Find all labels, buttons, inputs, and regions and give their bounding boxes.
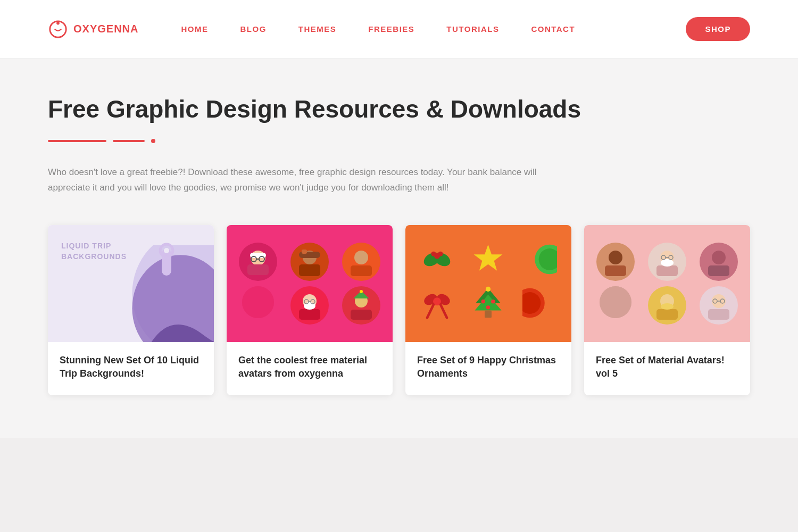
card-title-1: Stunning New Set Of 10 Liquid Trip Backg… bbox=[60, 354, 202, 380]
svg-point-52 bbox=[486, 305, 490, 309]
svg-rect-67 bbox=[708, 265, 729, 276]
page-description: Who doesn't love a great freebie?! Downl… bbox=[48, 164, 580, 196]
ornament-tree bbox=[465, 286, 512, 325]
svg-rect-32 bbox=[351, 310, 372, 320]
card-christmas-ornaments[interactable]: Free Set of 9 Happy Christmas Ornaments bbox=[405, 225, 571, 395]
avatar-4-faded bbox=[242, 286, 274, 318]
ornament-partial-green bbox=[516, 242, 563, 281]
svg-point-49 bbox=[486, 287, 491, 292]
card-body-4: Free Set of Material Avatars! vol 5 bbox=[584, 342, 750, 395]
card-material-avatars[interactable]: Get the coolest free material avatars fr… bbox=[227, 225, 393, 395]
logo-area[interactable]: OXYGENNA bbox=[48, 19, 138, 39]
svg-rect-60 bbox=[656, 265, 678, 276]
avatar-v5-4 bbox=[600, 286, 631, 318]
card-body-2: Get the coolest free material avatars fr… bbox=[227, 342, 393, 395]
avatar-v5-3 bbox=[700, 243, 738, 281]
card-title-2: Get the coolest free material avatars fr… bbox=[238, 354, 381, 380]
card-title-4: Free Set of Material Avatars! vol 5 bbox=[596, 354, 738, 380]
svg-point-39 bbox=[438, 252, 443, 256]
page-title: Free Graphic Design Resources & Download… bbox=[48, 96, 750, 123]
avatar-3 bbox=[342, 243, 380, 281]
svg-rect-71 bbox=[656, 309, 678, 320]
svg-rect-21 bbox=[351, 265, 372, 276]
avatar-2 bbox=[290, 243, 329, 281]
card-image-1: LIQUID TRIP BACKGROUNDS bbox=[48, 225, 214, 342]
cards-grid: LIQUID TRIP BACKGROUNDS bbox=[48, 225, 750, 395]
logo-icon bbox=[48, 19, 68, 39]
nav: HOME BLOG THEMES FREEBIES TUTORIALS CONT… bbox=[181, 17, 750, 41]
logo-text: OXYGENNA bbox=[73, 23, 138, 35]
ornament-star bbox=[465, 242, 512, 281]
svg-point-38 bbox=[431, 252, 436, 256]
divider bbox=[48, 139, 750, 143]
avatar-v5-5 bbox=[648, 286, 686, 325]
card-body-1: Stunning New Set Of 10 Liquid Trip Backg… bbox=[48, 342, 214, 395]
header: OXYGENNA HOME BLOG THEMES FREEBIES TUTOR… bbox=[0, 0, 798, 59]
svg-rect-16 bbox=[299, 264, 320, 276]
svg-rect-48 bbox=[485, 311, 492, 318]
ornaments-grid bbox=[405, 234, 571, 333]
svg-point-50 bbox=[481, 300, 485, 303]
nav-themes[interactable]: THEMES bbox=[298, 24, 337, 34]
key-shape bbox=[150, 241, 182, 284]
card-image-2 bbox=[227, 225, 393, 342]
avatar-5 bbox=[290, 286, 329, 325]
nav-home[interactable]: HOME bbox=[181, 24, 208, 34]
card-title-3: Free Set of 9 Happy Christmas Ornaments bbox=[417, 354, 560, 380]
card-liquid-backgrounds[interactable]: LIQUID TRIP BACKGROUNDS bbox=[48, 225, 214, 395]
svg-point-20 bbox=[354, 251, 368, 264]
avatar-v5-1 bbox=[596, 243, 635, 281]
card-material-avatars-vol5[interactable]: Free Set of Material Avatars! vol 5 bbox=[584, 225, 750, 395]
avatar-1 bbox=[239, 243, 277, 281]
svg-marker-40 bbox=[474, 245, 503, 271]
svg-point-34 bbox=[360, 290, 363, 293]
nav-contact[interactable]: CONTACT bbox=[531, 24, 575, 34]
main-content: Free Graphic Design Resources & Download… bbox=[0, 59, 798, 438]
svg-point-72 bbox=[661, 303, 674, 310]
svg-rect-9 bbox=[247, 264, 269, 275]
ornament-bow bbox=[413, 286, 461, 325]
avatars-grid-2 bbox=[227, 235, 393, 332]
liquid-bg: LIQUID TRIP BACKGROUNDS bbox=[48, 225, 214, 342]
svg-rect-18 bbox=[302, 250, 307, 254]
svg-point-51 bbox=[492, 300, 495, 303]
card-image-4 bbox=[584, 225, 750, 342]
divider-medium bbox=[113, 140, 145, 142]
divider-long bbox=[48, 140, 106, 142]
svg-point-6 bbox=[164, 248, 169, 253]
svg-point-56 bbox=[609, 251, 622, 264]
svg-rect-57 bbox=[605, 265, 626, 276]
svg-rect-25 bbox=[299, 309, 320, 320]
avatar-v5-2 bbox=[648, 243, 686, 281]
svg-rect-75 bbox=[708, 309, 729, 320]
svg-point-1 bbox=[56, 21, 60, 24]
avatar-6 bbox=[342, 286, 380, 325]
avatars-grid-4 bbox=[584, 235, 750, 332]
ornament-holly bbox=[413, 242, 461, 281]
shop-button[interactable]: SHOP bbox=[686, 17, 750, 41]
card-body-3: Free Set of 9 Happy Christmas Ornaments bbox=[405, 342, 571, 395]
nav-blog[interactable]: BLOG bbox=[240, 24, 266, 34]
svg-point-66 bbox=[712, 251, 726, 264]
nav-tutorials[interactable]: TUTORIALS bbox=[446, 24, 499, 34]
nav-freebies[interactable]: FREEBIES bbox=[368, 24, 414, 34]
svg-point-68 bbox=[600, 286, 631, 318]
svg-point-22 bbox=[242, 286, 274, 318]
card-image-3 bbox=[405, 225, 571, 342]
divider-dot bbox=[151, 139, 155, 143]
ornament-partial-red bbox=[516, 286, 563, 325]
avatar-v5-6 bbox=[700, 286, 738, 325]
svg-point-61 bbox=[661, 259, 674, 267]
